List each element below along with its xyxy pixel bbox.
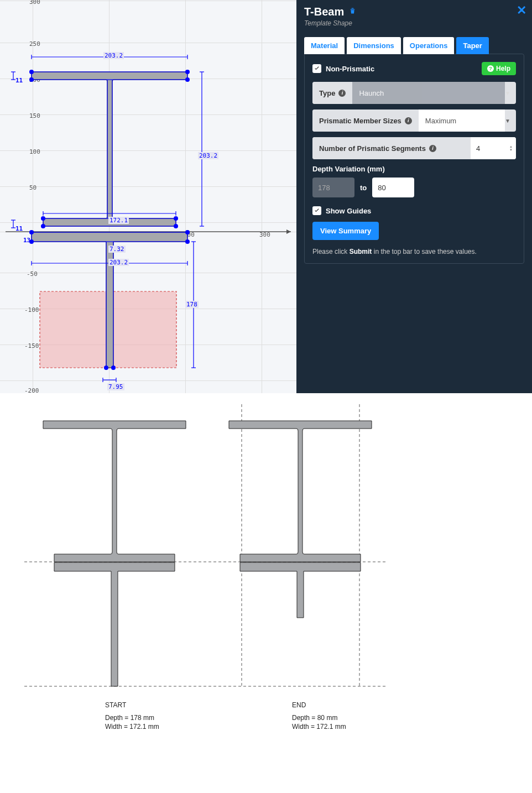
tab-operations[interactable]: Operations <box>403 37 455 54</box>
dim-web1: 7.32 <box>108 246 126 253</box>
dim-tbeam-depth: 178 <box>185 301 199 308</box>
prismatic-sizes-group: Prismatic Member Sizesi Maximum ▼ <box>312 109 516 132</box>
depth-from-input <box>312 178 354 197</box>
guide-preview: START END Depth = 178 mm Width = 172.1 m… <box>0 393 532 793</box>
show-guides-label: Show Guides <box>326 207 371 215</box>
svg-point-39 <box>174 216 178 221</box>
segments-input[interactable] <box>471 137 509 159</box>
show-guides-checkbox[interactable] <box>312 206 321 215</box>
depth-to-input[interactable] <box>372 178 414 197</box>
delete-icon[interactable] <box>348 7 357 17</box>
end-label: END <box>292 701 306 709</box>
start-width: Width = 172.1 mm <box>105 723 159 731</box>
dim-flange3: 13 <box>23 237 30 244</box>
svg-point-45 <box>185 239 190 244</box>
to-label: to <box>360 184 367 192</box>
tab-material[interactable]: Material <box>304 37 345 54</box>
svg-point-34 <box>29 70 34 74</box>
svg-point-38 <box>41 216 45 221</box>
segments-spinner[interactable]: ▲▼ <box>509 137 516 159</box>
panel-subtitle: Template Shape <box>304 19 524 27</box>
svg-point-47 <box>111 366 116 370</box>
dim-overall-depth: 203.2 <box>198 152 218 159</box>
svg-point-43 <box>185 230 190 234</box>
properties-panel: ✕ T-Beam Template Shape Material Dimensi… <box>296 0 532 393</box>
panel-title: T-Beam <box>304 6 344 18</box>
svg-point-42 <box>29 230 34 234</box>
info-icon[interactable]: i <box>405 117 412 124</box>
end-width: Width = 172.1 mm <box>292 723 346 731</box>
profile-canvas[interactable]: 300 250 200 150 100 50 0 -50 -100 -150 -… <box>0 0 296 393</box>
help-button[interactable]: ? Help <box>482 62 516 75</box>
depth-variation-label: Depth Variation (mm) <box>312 165 516 173</box>
tab-dimensions[interactable]: Dimensions <box>347 37 401 54</box>
svg-point-37 <box>185 77 190 82</box>
dim-bottom-width: 203.2 <box>108 259 129 266</box>
info-icon[interactable]: i <box>429 145 436 152</box>
help-icon: ? <box>487 65 494 72</box>
start-label: START <box>105 701 126 709</box>
svg-point-46 <box>104 366 108 370</box>
dim-flange2: 11 <box>15 225 23 232</box>
type-select-group: Typei Haunch ▼ <box>312 82 516 104</box>
chevron-down-icon: ▼ <box>505 90 510 96</box>
end-depth: Depth = 80 mm <box>292 714 337 722</box>
dim-flange1: 11 <box>15 77 23 84</box>
type-select[interactable]: Haunch <box>352 82 505 104</box>
dim-tbeam-web: 7.95 <box>107 383 124 390</box>
svg-point-36 <box>29 77 34 82</box>
tab-taper[interactable]: Taper <box>456 37 488 54</box>
svg-point-41 <box>174 224 178 228</box>
info-icon[interactable]: i <box>338 90 346 97</box>
non-prismatic-checkbox[interactable] <box>312 64 321 73</box>
dim-top-width: 203.2 <box>103 52 124 59</box>
svg-marker-1 <box>286 229 291 234</box>
svg-point-40 <box>41 224 45 228</box>
submit-note: Please click Submit in the top bar to sa… <box>312 248 516 255</box>
non-prismatic-label: Non-Prismatic <box>326 65 374 73</box>
segments-group: Number of Prismatic Segmentsi ▲▼ <box>312 137 516 159</box>
chevron-down-icon: ▼ <box>505 118 510 124</box>
dim-mid-width: 172.1 <box>108 217 129 224</box>
start-depth: Depth = 178 mm <box>105 714 154 722</box>
view-summary-button[interactable]: View Summary <box>312 222 379 240</box>
prismatic-sizes-select[interactable]: Maximum <box>419 109 505 132</box>
close-icon[interactable]: ✕ <box>517 3 526 18</box>
svg-point-35 <box>185 70 190 74</box>
